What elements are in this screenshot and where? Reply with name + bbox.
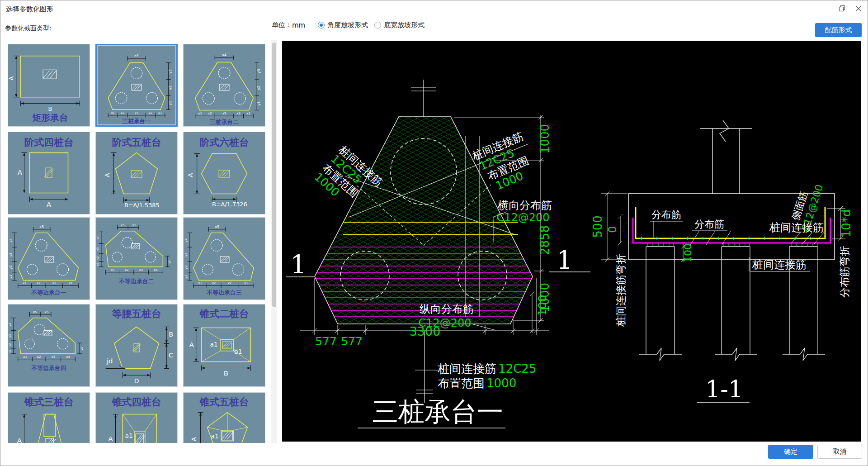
thumbnail: x5y4y3y2y1x1x2x2x1不等边承台一 [8,218,90,300]
thumb-dim-label: x1 [244,281,248,285]
thumb-dim-label: y4 [184,238,188,242]
bottom-range-value: 1000 [486,376,516,390]
thumb-dim-label: x1 [158,111,162,115]
dim-label: 100 [682,243,693,262]
thumb-dim-label: x1 [69,281,72,285]
shape-tile[interactable]: 锥式二桩台a1b1AB [183,304,265,387]
shape-tile[interactable]: AB矩形承台 [8,44,90,127]
shape-tile[interactable]: x5x5y4y3y2y1y5x1x2x3x4不等边承台四 [8,304,90,387]
thumb-label: 不等边承台四 [31,365,66,371]
dim-100-lines [530,292,534,333]
thumb-dim-label: y2 [168,86,172,90]
dim-label: 3300 [410,324,441,338]
shape-tile[interactable]: 锥式五桩台Aa1 [183,392,265,443]
thumb-dim-label: y4 [96,236,99,240]
column [700,120,752,194]
thumb-dim-label: x2 [121,111,124,115]
thumb-dim-label: x3 [222,112,226,115]
conn-bottom-label: 桩间连接筋 [752,258,807,271]
thumb-dim-label: x1 [111,268,114,272]
thumb-dim-label: x1 [246,112,250,115]
shape-tile[interactable]: x4y3y2y1x1x2x3x2x1三桩承台一 [95,44,178,127]
shape-tile[interactable]: 阶式四桩台AA [8,132,90,214]
dist-label-2: 分布筋 [694,219,724,230]
shape-tile[interactable]: x5x5y4y3y2y1y5x1x2x3x4不等边承台二 [95,217,178,300]
panel-scrollbar[interactable] [271,40,277,443]
thumbnail: x5x5y4y3y2y1y5x1x2x3x4不等边承台四 [8,304,90,386]
thumbnail: x5x5y4y3y2y1y5x1x2x3x4不等边承台二 [96,218,177,300]
scrollbar-thumb[interactable] [272,43,276,307]
shape-tile[interactable]: x5y4y3y2y1x1x2x2x1不等边承台一 [8,217,90,300]
shape-tile[interactable]: 阶式六桩台AB=A/1.7326 [183,132,265,214]
thumb-dim-label: a1 [211,433,219,440]
thumb-dim-label: x4 [154,268,157,272]
thumb-dim-label: x5 [121,223,124,227]
thumb-dim-label: x4 [134,53,139,57]
rebar-style-button[interactable]: 配筋形式 [815,23,862,37]
conn-top-leader [791,233,824,244]
shape-tile[interactable]: 阶式五桩台AB=A/1.5385 [95,132,178,214]
shape-tile[interactable]: 锥式四桩台Aa1 [95,392,178,443]
thumb-dim-label: B=A/1.7326 [212,201,247,208]
shape-tile[interactable]: x5y4y3y2y1x1x2x2x1不等边承台三 [183,217,265,300]
thumb-dim-label: x2 [228,281,231,285]
thumb-dim-label: B [169,331,173,338]
thumb-label: 锥式四桩台 [112,396,161,408]
thumb-dim-label: y2 [184,266,188,269]
longitudinal-leader [472,324,495,330]
dist1-leader [650,221,683,238]
shape-tile[interactable]: x4y3y2y1x1x2x3x2x1三桩承台二 [183,44,265,127]
thumb-dim-label: A [18,168,23,176]
thumb-dim-label: y1 [8,349,12,353]
bottom-range-label: 布置范围 [438,376,485,390]
thumbnail: 锥式五桩台Aa1 [184,393,265,443]
thumbnail: 等腰五桩台jdBCD [96,304,177,386]
thumb-label: 不等边承台二 [118,278,154,285]
thumb-dim-label: a1 [210,341,218,348]
plan-title: 三桩承台一 [372,396,503,427]
thumb-dim-label: x2 [236,112,240,115]
close-icon[interactable] [855,5,862,12]
thumb-dim-label: y4 [9,238,13,242]
thumb-dim-label: C [169,352,173,359]
longitudinal-label: 纵向分布筋 [420,303,474,315]
thumb-dim-label: x3 [135,111,138,115]
shape-tile[interactable]: 等腰五桩台jdBCD [95,304,178,387]
thumb-dim-label: x4 [66,355,70,359]
dim-label: 10*d [840,209,853,238]
dist-bend-label: 分布筋弯折 [839,246,850,298]
thumb-dim-label: y5 [168,260,171,264]
cancel-button[interactable]: 取消 [817,445,862,459]
shape-tile[interactable]: 锥式三桩台Aa1 [8,392,90,443]
conn-top-label: 桩间连接筋 [769,221,824,234]
cad-canvas: 桩间连接筋 12C25 布置范围 1000 桩间连接筋 12C25 布置范围 1… [282,41,861,442]
bottom-note-value: 12C25 [498,362,536,376]
restore-window-icon[interactable] [839,5,846,12]
dim-label: 100 [536,295,549,316]
thumb-dim-label: A [17,437,22,443]
thumb-label: 锥式二桩台 [199,308,249,319]
cad-drawing: 桩间连接筋 12C25 布置范围 1000 桩间连接筋 12C25 布置范围 1… [282,41,861,442]
transverse-value: C12@200 [496,211,549,224]
thumbnail: x5y4y3y2y1x1x2x2x1不等边承台三 [184,218,265,300]
thumb-dim-label: y1 [184,275,188,278]
thumbnail: 阶式六桩台AB=A/1.7326 [184,132,265,214]
thumb-dim-label: x3 [139,268,143,272]
thumb-dim-label: x4 [222,53,226,57]
dim-label: 577 [341,335,363,348]
radio-angle-slope[interactable]: 角度放坡形式 [318,21,368,29]
thumb-dim-label: x5 [215,225,219,229]
section-type-panel: AB矩形承台x4y3y2y1x1x2x3x2x1三桩承台一x4y3y2y1x1x… [5,40,277,443]
thumb-dim-label: A [47,200,52,208]
thumb-dim-label: y1 [168,101,172,105]
thumb-label: 阶式六桩台 [200,137,249,148]
radio-bottomwidth-slope[interactable]: 底宽放坡形式 [374,21,425,29]
ok-button[interactable]: 确定 [768,445,813,459]
thumb-dim-label: D [134,377,139,385]
dist-label-1: 分布筋 [651,209,681,220]
thumb-label: 三桩承台二 [210,119,239,125]
thumbnail: 阶式四桩台AA [8,132,90,214]
radio-angle-slope-label: 角度放坡形式 [327,21,368,29]
thumb-dim-label: x1 [198,281,202,285]
thumbnail: 锥式二桩台a1b1AB [184,304,265,386]
